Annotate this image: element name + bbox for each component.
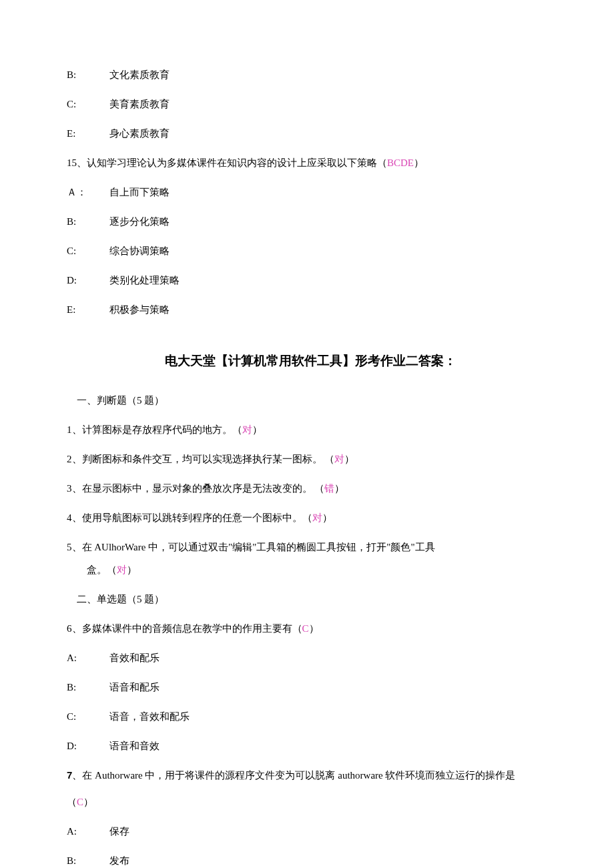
question-5: 5、在 AUlhorWare 中，可以通过双击"编辑"工具箱的椭圆工具按钮，打开… [67,539,554,555]
option-label: A: [67,650,107,666]
question-suffix: ） [334,483,344,494]
option-text: 语音，音效和配乐 [109,711,190,722]
question-suffix: ） [252,424,262,435]
section-1-header: 一、判断题（5 题） [67,392,554,408]
answer-text: BCDE [387,157,414,168]
option-label: B: [67,67,107,83]
option-text: 美育素质教育 [109,99,170,109]
paren-open: （ [67,797,77,807]
question-7-answer: （C） [67,794,554,810]
question-suffix: ） [127,564,137,575]
question-text: 5、在 AUlhorWare 中，可以通过双击"编辑"工具箱的椭圆工具按钮，打开… [67,542,435,552]
option-a: A: 保存 [67,823,554,839]
option-text: 保存 [109,826,129,837]
question-text: 1、计算图标是存放程序代码的地方。（ [67,424,242,435]
question-6: 6、多媒体课件中的音频信息在教学中的作用主要有（C） [67,620,554,636]
option-text: 发布 [109,855,129,866]
section-title: 电大天堂【计算机常用软件工具】形考作业二答案： [67,351,554,371]
option-c: C: 语音，音效和配乐 [67,709,554,725]
option-text: 自上而下策略 [109,187,170,197]
question-text: 4、使用导航图标可以跳转到程序的任意一个图标中。（ [67,512,312,523]
question-1: 1、计算图标是存放程序代码的地方。（对） [67,422,554,438]
option-c: C: 综合协调策略 [67,243,554,259]
question-text: 2、判断图标和条件交互，均可以实现选择执行某一图标。 （ [67,454,334,464]
option-label: Ａ： [67,184,107,200]
answer-text: 错 [324,483,334,494]
option-text: 综合协调策略 [109,246,170,256]
option-label: D: [67,738,107,754]
option-text: 逐步分化策略 [109,216,170,227]
option-a: Ａ： 自上而下策略 [67,184,554,200]
question-7: 7、在 Authorware 中，用于将课件的源程序文件变为可以脱离 autho… [67,767,554,783]
question-suffix: ） [344,454,354,464]
option-label: A: [67,823,107,839]
option-label: B: [67,679,107,695]
question-4: 4、使用导航图标可以跳转到程序的任意一个图标中。（对） [67,510,554,526]
option-text: 语音和配乐 [109,682,160,693]
question-suffix: ） [322,512,332,523]
answer-text: 对 [334,454,344,464]
option-b: B: 逐步分化策略 [67,213,554,230]
option-label: C: [67,709,107,725]
option-text: 语音和音效 [109,741,160,751]
option-a: A: 音效和配乐 [67,650,554,666]
question-cont: 盒。（ [87,564,117,575]
document-page: B: 文化素质教育 C: 美育素质教育 E: 身心素质教育 15、认知学习理论认… [0,0,614,868]
question-text: 3、在显示图标中，显示对象的叠放次序是无法改变的。 （ [67,483,324,494]
option-label: D: [67,272,107,288]
question-text: 、在 Authorware 中，用于将课件的源程序文件变为可以脱离 author… [72,770,515,781]
paren-close: ） [83,797,93,807]
question-2: 2、判断图标和条件交互，均可以实现选择执行某一图标。 （对） [67,451,554,467]
answer-text: C [302,623,309,634]
option-e: E: 身心素质教育 [67,125,554,141]
option-label: E: [67,302,107,318]
option-b: B: 发布 [67,853,554,868]
option-b: B: 文化素质教育 [67,67,554,83]
option-label: B: [67,213,107,230]
option-c: C: 美育素质教育 [67,96,554,112]
question-15: 15、认知学习理论认为多媒体课件在知识内容的设计上应采取以下策略（BCDE） [67,155,554,171]
question-suffix: ） [414,157,424,168]
question-suffix: ） [309,623,319,634]
question-5-cont: 盒。（对） [67,562,554,578]
section-2-header: 二、单选题（5 题） [67,591,554,607]
question-text: 15、认知学习理论认为多媒体课件在知识内容的设计上应采取以下策略（ [67,157,387,168]
answer-text: 对 [117,564,127,575]
answer-text: C [77,797,83,807]
option-label: B: [67,853,107,868]
question-text: 6、多媒体课件中的音频信息在教学中的作用主要有（ [67,623,302,634]
option-label: C: [67,96,107,112]
question-3: 3、在显示图标中，显示对象的叠放次序是无法改变的。 （错） [67,480,554,496]
option-text: 身心素质教育 [109,128,170,139]
option-e: E: 积极参与策略 [67,302,554,318]
option-d: D: 语音和音效 [67,738,554,754]
option-text: 类别化处理策略 [109,275,180,286]
answer-text: 对 [312,512,322,523]
option-label: E: [67,125,107,141]
option-d: D: 类别化处理策略 [67,272,554,288]
option-text: 积极参与策略 [109,304,170,315]
option-text: 音效和配乐 [109,653,160,663]
option-label: C: [67,243,107,259]
option-text: 文化素质教育 [109,69,170,80]
option-b: B: 语音和配乐 [67,679,554,695]
answer-text: 对 [242,424,252,435]
